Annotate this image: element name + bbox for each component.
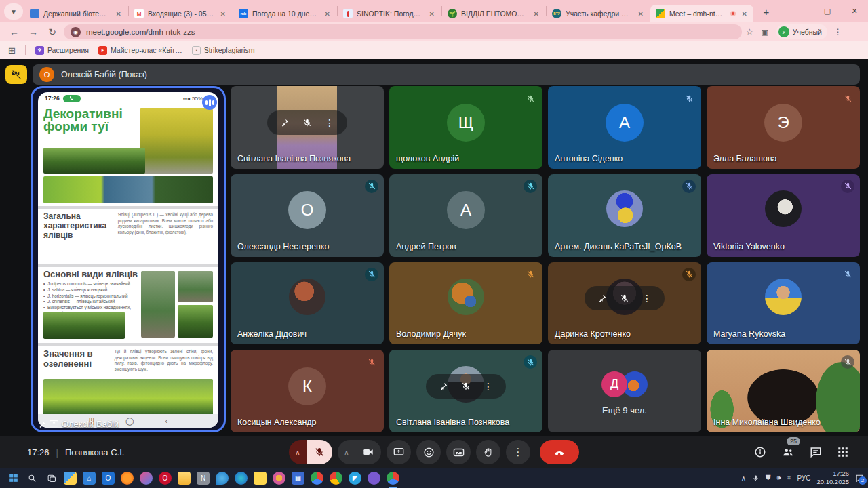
meeting-details-icon[interactable] (754, 446, 766, 458)
bookmark-strikeplagiarism[interactable]: ◔ Strikeplagiarism (192, 46, 255, 55)
chrome-icon[interactable] (311, 472, 323, 485)
tab-close-icon[interactable]: ✕ (323, 9, 332, 18)
captions-button[interactable] (446, 440, 471, 464)
raise-hand-button[interactable] (476, 440, 500, 464)
pin-button[interactable] (597, 293, 607, 303)
photos-icon[interactable] (140, 472, 153, 485)
widgets-icon[interactable] (64, 472, 77, 485)
tile-kosicyn[interactable]: К Косицын Александр (231, 350, 384, 432)
chat-icon[interactable] (810, 446, 822, 458)
phone-back-button[interactable]: ‹ (165, 417, 168, 425)
pin-button[interactable] (439, 382, 448, 391)
tab-search-button[interactable]: ▼ (4, 3, 23, 20)
window-close-button[interactable]: ✕ (841, 0, 868, 22)
tile-balashova[interactable]: Э Элла Балашова (707, 86, 860, 169)
viber-icon[interactable] (368, 472, 380, 485)
window-maximize-button[interactable]: ▢ (814, 0, 841, 22)
tray-chevron-icon[interactable]: ∧ (741, 474, 746, 482)
reactions-button[interactable] (416, 440, 441, 464)
search-icon[interactable] (26, 472, 39, 485)
profile-chip[interactable]: У Учебный (776, 24, 827, 39)
tab-close-icon[interactable]: ✕ (636, 9, 646, 18)
tab-close-icon[interactable]: ✕ (427, 9, 437, 18)
activities-grid-icon[interactable] (837, 446, 849, 458)
tile-didovych[interactable]: Анжеліка Дідович (231, 262, 384, 345)
tile-krotchenko[interactable]: ⋮ Даринка Кротченко (548, 262, 701, 345)
present-button[interactable] (387, 440, 411, 464)
reload-button[interactable]: ↻ (45, 26, 60, 37)
window-minimize-button[interactable]: — (787, 0, 814, 22)
end-call-button[interactable] (540, 440, 579, 464)
language-indicator[interactable]: РУС (797, 474, 810, 482)
tab-gmail[interactable]: M Входящие (3) - 0506307362@b ✕ (129, 5, 232, 22)
firefox-icon[interactable] (121, 472, 134, 485)
tab-meteo[interactable]: mb Погода на 10 дней Рогань - m ✕ (233, 5, 336, 22)
camera-options-chevron[interactable]: ∧ (338, 440, 355, 464)
phone-home-button[interactable]: ◯ (125, 417, 134, 426)
tile-dyachuk[interactable]: Володимир Дячук (389, 262, 542, 345)
bookmark-youtube[interactable]: ▸ Майстер-клас «Квіт… (98, 46, 182, 55)
tray-security-icon[interactable]: ⛊ (766, 474, 771, 482)
task-view-icon[interactable] (45, 472, 58, 485)
extensions-icon[interactable]: ▣ (757, 28, 772, 37)
edge-icon[interactable] (235, 472, 248, 485)
more-options-button[interactable]: ⋮ (506, 440, 530, 464)
onenote-icon[interactable]: N (197, 472, 210, 485)
mute-button[interactable] (302, 118, 312, 127)
more-options-button[interactable]: ⋮ (484, 381, 493, 392)
tab-university[interactable]: Державний біотехнологічний ✕ (24, 5, 127, 22)
paint3d-icon[interactable] (216, 472, 229, 485)
telegram-icon[interactable]: ◤ (349, 472, 361, 485)
mic-options-chevron[interactable]: ∧ (289, 440, 307, 464)
address-bar[interactable]: ◉ meet.google.com/dmh-ntuk-zzs (64, 24, 742, 39)
sticky-notes-icon[interactable] (254, 472, 267, 485)
outlook-icon[interactable]: O (102, 472, 115, 485)
apps-grid-icon[interactable]: ⊞ (8, 45, 16, 56)
back-button[interactable]: ← (7, 26, 22, 37)
calculator-icon[interactable]: ▦ (292, 472, 304, 485)
more-options-button[interactable]: ⋮ (325, 117, 334, 128)
tray-network-icon[interactable]: ⌗ (787, 474, 791, 482)
paint-icon[interactable] (273, 472, 285, 485)
pinned-presentation-tile[interactable]: 17:26 ▪▪◂ 55% Декоративні форми туї Зага… (31, 86, 226, 432)
taskbar-clock[interactable]: 17:26 20.10.2025 (816, 470, 849, 486)
tile-nesterenko[interactable]: О Олександр Нестеренко (231, 174, 384, 257)
start-button[interactable] (7, 472, 20, 485)
mute-button[interactable] (461, 382, 471, 391)
site-info-icon[interactable]: ◉ (71, 27, 81, 37)
camera-off-banner-icon[interactable] (5, 65, 27, 84)
file-explorer-icon[interactable] (178, 472, 191, 485)
maps-icon[interactable] (330, 472, 342, 485)
tab-close-icon[interactable]: ✕ (114, 9, 123, 18)
tile-poznyakova-2[interactable]: ⋮ Світлана Іванівна Познякова (389, 350, 542, 432)
people-icon[interactable]: 25 (781, 446, 795, 458)
tile-artem[interactable]: Артем. Дикань КаРаТеJI_ОрКоВ (548, 174, 701, 257)
tile-rykovska[interactable]: Maryana Rykovska (707, 262, 860, 345)
tile-more-participants[interactable]: Д Ещё 9 чел. (548, 350, 701, 432)
tray-volume-icon[interactable]: 🕪 (776, 474, 781, 482)
tab-entomology[interactable]: 🌱 ВІДДІЛ ЕНТОМОЛОГІЇ, ФІТОП ✕ (442, 5, 545, 22)
presenter-banner[interactable]: О Олексій Бабій (Показ) (33, 64, 860, 85)
tile-poznyakova-video[interactable]: ⋮ Світлана Іванівна Познякова (231, 86, 384, 169)
tile-shvydenko-video[interactable]: Інна Миколаївна Швиденко (707, 350, 860, 432)
tab-close-icon[interactable]: ✕ (740, 9, 749, 18)
tile-sidenko[interactable]: А Антоніна Сіденко (548, 86, 701, 169)
mic-toggle-button[interactable] (307, 440, 332, 464)
forward-button[interactable]: → (26, 26, 41, 37)
tray-mic-icon[interactable] (752, 474, 760, 482)
camera-toggle-button[interactable] (355, 440, 381, 464)
store-icon[interactable]: ⌂ (83, 472, 96, 485)
tab-close-icon[interactable]: ✕ (532, 9, 541, 18)
tile-petrov[interactable]: А Андрей Петров (389, 174, 542, 257)
tab-sinoptik[interactable]: SINOPTIK: Погода у Докучаєв ✕ (338, 5, 441, 22)
tile-yalovenko[interactable]: Viktoriia Yalovenko (707, 174, 860, 257)
tab-close-icon[interactable]: ✕ (218, 9, 228, 18)
bookmark-extensions[interactable]: ❖ Расширения (35, 46, 89, 55)
opera-icon[interactable]: O (159, 472, 172, 485)
new-tab-button[interactable]: + (758, 3, 774, 20)
browser-menu-icon[interactable]: ⋮ (831, 27, 845, 37)
bookmark-star-icon[interactable]: ☆ (746, 27, 753, 37)
chrome-active-icon[interactable] (387, 472, 399, 485)
tile-shcholokov[interactable]: Щ щолоков Андрій (389, 86, 542, 169)
tab-meet-active[interactable]: Meet – dmh-ntuk-zzs ✕ (650, 5, 753, 22)
